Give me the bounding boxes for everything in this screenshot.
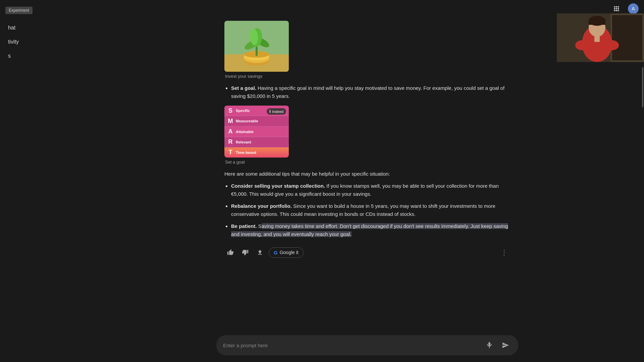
svg-point-20 bbox=[575, 40, 589, 50]
webcam-video bbox=[557, 13, 644, 62]
additional-tips-list: Consider selling your stamp collection. … bbox=[224, 182, 510, 238]
sidebar-activity-label: tivity bbox=[8, 39, 19, 45]
plant-illustration bbox=[224, 21, 289, 72]
sidebar-chat-label: hat bbox=[8, 25, 15, 31]
header-icons: A bbox=[610, 3, 639, 15]
action-row: G Google it ⋮ bbox=[224, 244, 510, 261]
smart-image-badge: ℹ Indeed bbox=[267, 108, 286, 115]
scrollbar-thumb bbox=[642, 67, 643, 107]
google-it-label: Google it bbox=[280, 250, 299, 255]
person-figure bbox=[557, 13, 644, 62]
microphone-icon bbox=[486, 342, 493, 349]
avatar-letter: A bbox=[632, 6, 635, 11]
sidebar-item-more[interactable]: s bbox=[0, 49, 91, 63]
tip-stamp-collection: Consider selling your stamp collection. … bbox=[231, 182, 510, 198]
share-button[interactable] bbox=[254, 246, 266, 258]
chat-container[interactable]: 🌱 Money Under... bbox=[91, 17, 644, 331]
webcam-overlay bbox=[557, 13, 644, 62]
more-icon: ⋮ bbox=[501, 248, 507, 256]
microphone-button[interactable] bbox=[483, 339, 495, 351]
google-g-icon: G bbox=[274, 250, 278, 255]
smart-image-caption: Set a goal bbox=[224, 160, 510, 165]
tip-patient-text-pre: S bbox=[257, 223, 262, 229]
prompt-input[interactable] bbox=[223, 343, 479, 348]
send-button[interactable] bbox=[499, 339, 512, 351]
experiment-badge: Experiment bbox=[5, 7, 33, 14]
smart-image: ℹ Indeed S Specific M Measureable A Atta… bbox=[224, 106, 289, 158]
google-it-button[interactable]: G Google it bbox=[269, 247, 304, 258]
send-icon bbox=[502, 342, 509, 349]
prompt-box bbox=[216, 335, 518, 355]
apps-icon-button[interactable] bbox=[610, 3, 623, 15]
svg-point-21 bbox=[605, 40, 619, 50]
sidebar-top: Experiment bbox=[0, 3, 91, 17]
sidebar-item-chat[interactable]: hat bbox=[0, 21, 91, 35]
thumbs-up-icon bbox=[227, 249, 234, 256]
smart-row-t: T Time-based bbox=[224, 147, 289, 158]
set-goal-item: Set a goal. Having a specific goal in mi… bbox=[231, 84, 510, 100]
set-goal-text: Having a specific goal in mind will help… bbox=[231, 85, 504, 99]
invest-image-block: 🌱 Money Under... bbox=[224, 21, 510, 79]
svg-rect-19 bbox=[594, 35, 600, 42]
chat-content: 🌱 Money Under... bbox=[216, 17, 518, 264]
thumbs-up-button[interactable] bbox=[224, 246, 236, 258]
tip-stamp-label: Consider selling your stamp collection. bbox=[231, 183, 325, 189]
main-area: A 🌱 Money Under... bbox=[91, 0, 644, 362]
tip-patient-highlighted: aving money takes time and effort. Don't… bbox=[231, 223, 508, 237]
goal-bullet-list: Set a goal. Having a specific goal in mi… bbox=[224, 84, 510, 100]
thumbs-down-icon bbox=[242, 249, 249, 256]
more-options-button[interactable]: ⋮ bbox=[498, 246, 510, 258]
smart-row-r: R Relevant bbox=[224, 137, 289, 147]
account-avatar[interactable]: A bbox=[628, 3, 639, 14]
thumbs-down-button[interactable] bbox=[239, 246, 251, 258]
additional-tips-intro: Here are some additional tips that may b… bbox=[224, 170, 510, 178]
prompt-area bbox=[91, 331, 644, 362]
tip-be-patient: Be patient. Saving money takes time and … bbox=[231, 222, 510, 238]
sidebar-item-activity[interactable]: tivity bbox=[0, 35, 91, 49]
grid-icon bbox=[613, 5, 620, 12]
sidebar: Experiment hat tivity s bbox=[0, 0, 91, 362]
smart-row-a: A Attainable bbox=[224, 126, 289, 137]
set-goal-label: Set a goal. bbox=[231, 85, 256, 91]
smart-row-m: M Measureable bbox=[224, 116, 289, 126]
sidebar-more-label: s bbox=[8, 53, 11, 59]
invest-image: 🌱 Money Under... bbox=[224, 21, 289, 72]
svg-rect-14 bbox=[612, 15, 642, 60]
share-icon bbox=[257, 249, 263, 256]
tip-rebalance: Rebalance your portfolio. Since you want… bbox=[231, 202, 510, 218]
tip-patient-label: Be patient. bbox=[231, 223, 257, 229]
invest-image-caption: Invest your savings bbox=[224, 74, 510, 79]
smart-image-block: ℹ Indeed S Specific M Measureable A Atta… bbox=[224, 106, 510, 165]
tip-rebalance-label: Rebalance your portfolio. bbox=[231, 203, 292, 209]
svg-rect-18 bbox=[589, 21, 605, 25]
